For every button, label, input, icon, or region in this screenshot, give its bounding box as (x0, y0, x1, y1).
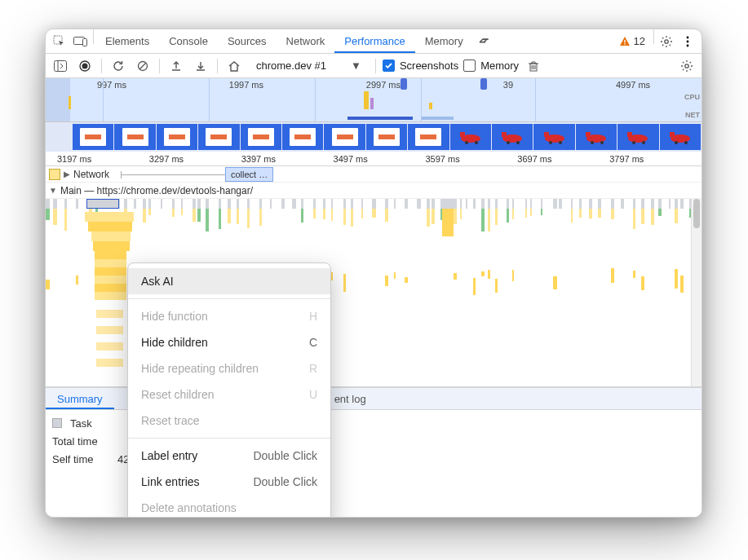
tab-network[interactable]: Network (277, 29, 335, 53)
svg-point-6 (687, 36, 689, 38)
menu-delete-annotations[interactable]: Delete annotations (128, 495, 330, 518)
home-icon[interactable] (224, 56, 244, 76)
menu-reset-trace[interactable]: Reset trace (128, 408, 330, 434)
more-tabs-icon[interactable] (473, 29, 494, 53)
svg-point-8 (687, 44, 689, 46)
filmstrip-frame[interactable] (366, 124, 407, 150)
clear-icon[interactable] (133, 56, 153, 76)
filmstrip-frame[interactable] (73, 124, 113, 150)
svg-point-19 (685, 64, 688, 67)
filmstrip-frame[interactable] (660, 124, 701, 150)
memory-checkbox[interactable]: Memory (463, 60, 519, 72)
self-time-label: Self time (52, 451, 109, 469)
panel-tabs: Elements Console Sources Network Perform… (46, 29, 702, 54)
svg-point-31 (559, 141, 562, 144)
filmstrip-frame[interactable] (450, 124, 491, 150)
total-time-label: Total time (52, 433, 109, 451)
filmstrip-frame[interactable] (241, 124, 281, 150)
device-toolbar-icon[interactable] (70, 29, 91, 53)
tab-elements[interactable]: Elements (95, 29, 159, 53)
svg-point-30 (549, 141, 552, 144)
vertical-scrollbar[interactable] (691, 199, 702, 386)
download-icon[interactable] (191, 56, 210, 76)
warnings-badge[interactable]: 12 (613, 29, 652, 53)
menu-link-entries[interactable]: Link entriesDouble Click (128, 469, 330, 495)
overview-timestamps: 997 ms 1997 ms 2997 ms 39 4997 ms (46, 80, 702, 90)
tab-summary[interactable]: Summary (46, 388, 114, 409)
tab-sources[interactable]: Sources (218, 29, 277, 53)
warnings-count: 12 (634, 35, 645, 47)
tab-performance[interactable]: Performance (334, 29, 414, 53)
menu-hide-repeating[interactable]: Hide repeating childrenR (128, 355, 330, 381)
svg-point-43 (684, 141, 688, 144)
menu-ask-ai[interactable]: Ask AI (128, 268, 330, 294)
collect-garbage-icon[interactable] (524, 56, 543, 76)
checkbox-empty-icon (463, 60, 476, 72)
svg-point-39 (642, 141, 645, 144)
timeline-overview[interactable]: 997 ms 1997 ms 2997 ms 39 4997 ms CPU NE… (46, 78, 702, 122)
svg-rect-41 (670, 132, 675, 137)
menu-hide-children[interactable]: Hide childrenC (128, 329, 330, 355)
menu-label-entry[interactable]: Label entryDouble Click (128, 443, 330, 469)
svg-rect-33 (586, 132, 591, 137)
memory-label: Memory (480, 60, 519, 72)
kebab-menu-icon[interactable] (677, 29, 698, 53)
svg-point-34 (591, 141, 594, 144)
net-label: NET (685, 111, 700, 119)
devtools-window: Elements Console Sources Network Perform… (45, 29, 702, 518)
collapse-icon: ▼ (49, 186, 57, 195)
selected-flame-entry[interactable] (86, 199, 119, 209)
scroll-thumb[interactable] (693, 199, 700, 228)
svg-point-26 (507, 141, 510, 144)
main-track-header[interactable]: ▼ Main — https://chrome.dev/devtools-han… (46, 183, 702, 199)
toggle-sidebar-icon[interactable] (51, 56, 70, 76)
svg-point-42 (675, 141, 678, 144)
svg-point-35 (600, 141, 604, 144)
menu-hide-function[interactable]: Hide functionH (128, 303, 330, 329)
filmstrip-frame[interactable] (408, 124, 449, 150)
screenshots-checkbox[interactable]: Screenshots (383, 60, 458, 72)
network-request-chip[interactable]: collect … (225, 167, 273, 182)
svg-point-38 (632, 141, 635, 144)
record-icon[interactable] (75, 56, 95, 76)
svg-rect-21 (460, 132, 465, 137)
filmstrip-frame[interactable] (282, 124, 323, 150)
reload-record-icon[interactable] (108, 56, 128, 76)
filmstrip[interactable] (46, 122, 702, 152)
main-track-label: Main — https://chrome.dev/devtools-hanga… (60, 185, 253, 196)
svg-point-7 (687, 40, 689, 42)
filmstrip-frame[interactable] (324, 124, 365, 150)
svg-point-22 (465, 141, 468, 144)
range-handle-left[interactable] (401, 78, 407, 90)
svg-point-27 (516, 141, 520, 144)
svg-rect-2 (83, 38, 87, 46)
range-handle-right[interactable] (480, 78, 487, 90)
filmstrip-frame[interactable] (576, 124, 617, 150)
svg-rect-37 (627, 132, 632, 137)
expand-icon: ▶ (64, 170, 70, 179)
upload-icon[interactable] (166, 56, 186, 76)
svg-rect-25 (502, 132, 507, 137)
filmstrip-frame[interactable] (114, 124, 155, 150)
menu-reset-children[interactable]: Reset childrenU (128, 381, 330, 408)
filmstrip-frame[interactable] (198, 124, 239, 150)
filmstrip-frame[interactable] (617, 124, 658, 150)
screenshots-label: Screenshots (400, 60, 458, 72)
filmstrip-frame[interactable] (533, 124, 574, 150)
context-menu: Ask AI Hide functionH Hide childrenC Hid… (127, 262, 331, 518)
svg-point-12 (82, 63, 88, 68)
inspect-element-icon[interactable] (49, 29, 70, 53)
tab-console[interactable]: Console (159, 29, 218, 53)
network-track-header[interactable]: ▶ Network collect … (46, 166, 702, 183)
recording-name: chrome.dev #1 (256, 60, 326, 72)
filmstrip-frame[interactable] (492, 124, 533, 150)
filmstrip-frame[interactable] (157, 124, 197, 150)
capture-settings-icon[interactable] (677, 56, 697, 76)
tab-memory[interactable]: Memory (415, 29, 473, 53)
settings-icon[interactable] (656, 29, 677, 53)
recording-dropdown[interactable]: chrome.dev #1 ▼ (249, 57, 369, 74)
dropdown-chevron-icon: ▼ (351, 60, 361, 72)
time-ruler: 3197 ms 3297 ms 3397 ms 3497 ms 3597 ms … (46, 152, 702, 166)
network-track-label: Network (73, 169, 109, 180)
svg-point-5 (665, 39, 668, 42)
